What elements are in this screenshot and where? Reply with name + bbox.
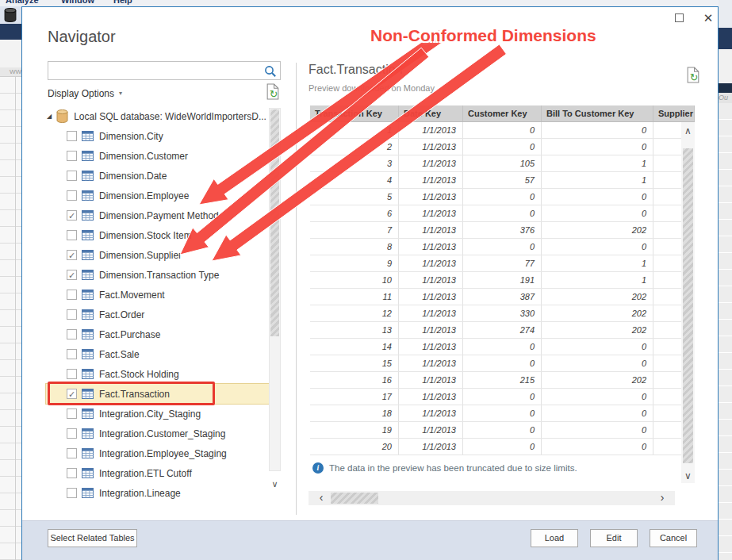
table-cell-empty: [653, 122, 681, 138]
checkbox[interactable]: [67, 369, 77, 379]
tree-item-fact-transaction[interactable]: ✓ Fact.Transaction: [46, 384, 270, 404]
scroll-right-icon[interactable]: ›: [656, 491, 669, 505]
scroll-left-icon[interactable]: ‹: [315, 491, 328, 505]
refresh-preview-button[interactable]: ↻: [687, 67, 700, 86]
scroll-down-icon[interactable]: ∨: [681, 469, 695, 483]
maximize-button[interactable]: [671, 10, 687, 26]
tree-item-integration-employee-staging[interactable]: Integration.Employee_Staging: [46, 443, 270, 463]
table-cell: 0: [542, 122, 653, 138]
checkbox[interactable]: [67, 448, 77, 458]
tree-scrollbar[interactable]: [269, 108, 281, 471]
checkbox[interactable]: [67, 190, 77, 201]
select-related-tables-button[interactable]: Select Related Tables: [48, 529, 137, 547]
tree-item-fact-purchase[interactable]: Fact.Purchase: [46, 324, 270, 344]
tree-item-fact-movement[interactable]: Fact.Movement: [46, 285, 270, 305]
dialog-title: Navigator: [48, 28, 116, 46]
tree-item-dimension-employee[interactable]: Dimension.Employee: [46, 186, 270, 205]
table-cell: 1/1/2013: [399, 255, 463, 271]
checkbox[interactable]: ✓: [67, 270, 77, 280]
menu-help[interactable]: Help: [113, 0, 132, 5]
checkbox[interactable]: [67, 488, 77, 498]
background-navy-bar: [0, 24, 21, 40]
table-cell: 0: [463, 205, 542, 221]
tree-item-label: Integration.City_Staging: [99, 408, 201, 420]
checkbox[interactable]: [67, 408, 77, 419]
load-button[interactable]: Load: [531, 529, 578, 547]
checkbox[interactable]: ✓: [67, 210, 77, 221]
scrollbar-thumb[interactable]: [683, 148, 693, 463]
table-cell-empty: [653, 422, 681, 438]
tree-item-label: Integration.Customer_Staging: [99, 428, 225, 439]
tree-item-fact-stock-holding[interactable]: Fact.Stock Holding: [46, 364, 270, 384]
menu-window[interactable]: Window: [61, 0, 94, 5]
table-row: 31/1/20131051: [310, 155, 681, 172]
table-row: 81/1/201300: [310, 239, 681, 255]
tree-item-dimension-transaction-type[interactable]: ✓ Dimension.Transaction Type: [46, 265, 270, 285]
table-cell: 1: [542, 155, 653, 171]
table-icon: [82, 488, 94, 498]
search-input[interactable]: [52, 63, 261, 79]
table-cell: 0: [542, 422, 653, 438]
tree-item-fact-order[interactable]: Fact.Order: [46, 305, 270, 324]
table-cell: 11: [310, 289, 399, 305]
tree-item-dimension-stock-item[interactable]: Dimension.Stock Item: [46, 225, 270, 245]
checkbox[interactable]: [67, 171, 77, 181]
table-row: 121/1/2013330202: [310, 305, 681, 322]
table-row: 151/1/201300: [310, 355, 681, 372]
tree-item-dimension-date[interactable]: Dimension.Date: [46, 166, 270, 186]
scrollbar-thumb[interactable]: [331, 493, 378, 504]
display-options-dropdown[interactable]: Display Options▾: [48, 88, 122, 99]
tree-item-dimension-supplier[interactable]: ✓ Dimension.Supplier: [46, 245, 270, 265]
tree-scroll-down-icon[interactable]: ∨: [269, 478, 281, 490]
edit-button[interactable]: Edit: [590, 529, 638, 547]
table-icon: [82, 428, 94, 439]
checkbox[interactable]: [67, 428, 77, 439]
table-cell-empty: [653, 372, 681, 388]
table-row: 191/1/201300: [310, 422, 681, 439]
table-cell-empty: [653, 155, 681, 171]
tree-item-integration-customer-staging[interactable]: Integration.Customer_Staging: [46, 424, 270, 443]
checkbox[interactable]: ✓: [67, 389, 77, 399]
tree-item-label: Fact.Sale: [99, 349, 140, 360]
background-left-strip: WW: [0, 6, 21, 560]
tree-item-integration-lineage[interactable]: Integration.Lineage: [46, 483, 270, 503]
info-icon: i: [312, 462, 324, 474]
table-cell: 1/1/2013: [399, 339, 463, 355]
cancel-button[interactable]: Cancel: [650, 529, 697, 547]
checkbox[interactable]: [67, 131, 77, 141]
menu-analyze[interactable]: Analyze: [6, 0, 39, 5]
scrollbar-thumb[interactable]: [270, 109, 279, 336]
background-grid: [0, 77, 21, 560]
table-cell: 202: [542, 322, 653, 338]
refresh-list-button[interactable]: ↻: [266, 83, 280, 103]
search-icon[interactable]: [264, 65, 277, 81]
table-cell: 0: [463, 422, 542, 438]
scroll-up-icon[interactable]: ∧: [681, 124, 695, 138]
checkbox[interactable]: [67, 230, 77, 240]
table-cell-empty: [653, 389, 681, 405]
tree-item-fact-sale[interactable]: Fact.Sale: [46, 344, 270, 364]
tree-item-dimension-payment-method[interactable]: ✓ Dimension.Payment Method: [46, 205, 270, 225]
checkbox[interactable]: [67, 468, 77, 478]
tree-root[interactable]: ◢ Local SQL database: WideWorldImporters…: [46, 106, 270, 126]
tree-item-integration-etl-cutoff[interactable]: Integration.ETL Cutoff: [46, 463, 270, 483]
expand-icon[interactable]: ◢: [47, 113, 52, 120]
checkbox[interactable]: ✓: [67, 250, 77, 260]
table-cell: 0: [542, 355, 653, 371]
table-row: 201/1/201300: [310, 439, 681, 455]
preview-horizontal-scrollbar[interactable]: ‹ ›: [309, 491, 675, 505]
checkbox[interactable]: [67, 151, 77, 161]
table-cell-empty: [653, 272, 681, 288]
tree-item-label: Integration.Employee_Staging: [99, 448, 227, 459]
table-cell: 2: [310, 139, 399, 155]
table-cell-empty: [653, 139, 681, 155]
tree-item-dimension-customer[interactable]: Dimension.Customer: [46, 146, 270, 166]
tree-item-dimension-city[interactable]: Dimension.City: [46, 126, 270, 146]
checkbox[interactable]: [67, 290, 77, 300]
close-button[interactable]: ✕: [700, 10, 716, 26]
tree-item-integration-city-staging[interactable]: Integration.City_Staging: [46, 404, 270, 424]
checkbox[interactable]: [67, 309, 77, 320]
checkbox[interactable]: [67, 329, 77, 339]
checkbox[interactable]: [67, 349, 77, 359]
preview-vertical-scrollbar[interactable]: ∧ ∨: [681, 122, 695, 483]
